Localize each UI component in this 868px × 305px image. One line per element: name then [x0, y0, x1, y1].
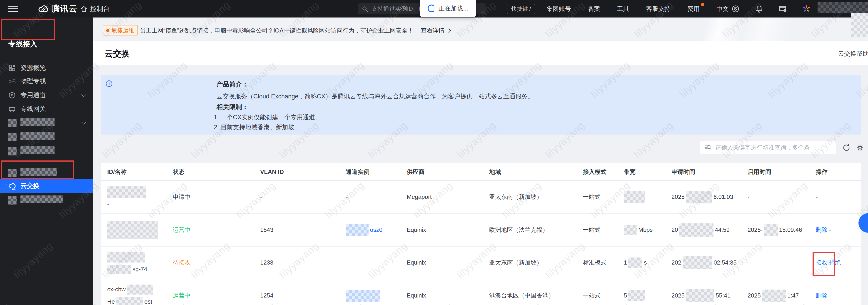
brand-name: 腾讯云	[52, 3, 78, 14]
cell-text: -	[346, 193, 348, 201]
hamburger-menu-icon[interactable]	[8, 6, 18, 12]
cell-line: 1254	[260, 292, 273, 299]
sidebar-item-专用通道[interactable]: 专用通道	[0, 88, 93, 102]
cell-line	[107, 186, 146, 198]
topbar-nav-item-费用[interactable]: 费用	[687, 5, 700, 13]
topbar-nav-item-客服支持[interactable]: 客服支持	[646, 5, 671, 13]
action-link-拒绝[interactable]: 拒绝	[829, 258, 841, 267]
sidebar-item-资源概览[interactable]: 资源概览	[0, 61, 93, 75]
cell-mode: 一站式	[583, 214, 600, 246]
cell-vlan: 1254	[260, 279, 273, 305]
column-header-启用时间: 启用时间	[748, 163, 771, 181]
cell-text: 5	[624, 292, 627, 299]
chevron-right-icon	[446, 28, 451, 33]
cell-text: 44:59	[715, 226, 730, 234]
cell-text: -	[346, 259, 348, 266]
cell-text: 1543	[260, 226, 273, 234]
cell-text: Equinix	[407, 226, 426, 234]
cell-text: -	[748, 259, 750, 266]
circle-s-icon[interactable]	[731, 4, 740, 13]
redacted-label-mosaic	[21, 168, 57, 178]
cell-name: cx-cbwHeest	[107, 279, 153, 305]
console-settings-icon[interactable]	[778, 4, 787, 13]
topbar-nav-item-备案[interactable]: 备案	[588, 5, 600, 13]
column-header-带宽: 带宽	[624, 163, 636, 181]
cell-text: -	[829, 292, 831, 299]
sidebar-item-redacted[interactable]	[0, 130, 93, 144]
cell-line: Equinix	[407, 259, 426, 266]
cell-text: cx-cbw	[107, 286, 126, 293]
brand-logo[interactable]: 腾讯云	[37, 0, 78, 18]
sidebar-item-redacted[interactable]	[0, 193, 93, 207]
sidebar-item-redacted[interactable]	[0, 144, 93, 158]
cell-actions: -	[816, 181, 818, 213]
cell-mode: 一站式	[583, 279, 600, 305]
redacted-mosaic	[346, 290, 380, 302]
redacted-mosaic	[679, 223, 713, 237]
action-link-删除[interactable]: 删除	[816, 292, 828, 300]
cell-text: 20	[672, 226, 678, 234]
topbar-nav-item-集团账号[interactable]: 集团账号	[547, 5, 571, 13]
cell-actions: 接收拒绝-	[816, 247, 844, 279]
action-link-删除[interactable]: 删除	[816, 226, 828, 234]
cell-channel: -	[346, 181, 348, 213]
redacted-mosaic	[107, 186, 146, 198]
cell-line: 接收拒绝-	[816, 258, 844, 267]
column-header-状态: 状态	[173, 163, 185, 181]
column-header-供应商: 供应商	[407, 163, 425, 181]
cell-vlan: -	[260, 181, 262, 213]
cloud-exchange-icon	[8, 182, 16, 190]
sidebar-item-专线网关[interactable]: 专线网关	[0, 102, 93, 116]
cell-enable_time: -	[748, 247, 750, 279]
help-doc-link[interactable]: 云交换帮助文	[838, 50, 868, 58]
sidebar-item-redacted[interactable]	[0, 166, 93, 180]
bell-icon[interactable]	[755, 4, 764, 13]
cell-channel	[346, 279, 380, 305]
cell-text: -	[842, 259, 844, 266]
cell-line: 亚太东南（新加坡）	[489, 258, 542, 267]
redacted-mosaic	[764, 224, 778, 236]
cell-line: 202555:41	[672, 289, 731, 302]
table-row: 运营中1543osz0Equinix欧洲地区（法兰克福）一站式Mbps2044:…	[101, 214, 861, 247]
table-header-row: ID/名称状态VLAN ID通道实例供应商地域接入模式带宽申请时间启用时间操作	[101, 163, 861, 181]
cell-mode: 一站式	[583, 181, 600, 213]
intro-limit-item: 2. 目前支持地域香港、新加坡。	[214, 123, 300, 131]
cell-line: -	[748, 259, 750, 266]
cell-text: 1	[624, 259, 627, 266]
product-intro-box: 产品简介： 云交换服务（Cloud Exchange，简称CX）是腾讯云专线与海…	[101, 75, 861, 134]
loading-popup: 正在加载...	[420, 0, 476, 17]
shortcut-key-button[interactable]: 快捷键 /	[507, 4, 535, 14]
refresh-icon[interactable]	[842, 144, 851, 152]
topbar-nav-item-中文[interactable]: 中文	[716, 5, 729, 13]
gear-icon[interactable]	[856, 144, 864, 152]
sidebar-item-云交换[interactable]: 云交换	[0, 179, 93, 193]
cell-actions: 删除-	[816, 279, 831, 305]
action-link-接收[interactable]: 接收	[816, 258, 828, 267]
sidebar-item-redacted[interactable]	[0, 116, 93, 130]
column-header-ID/名称: ID/名称	[107, 163, 127, 181]
cell-text: 一站式	[583, 226, 600, 234]
redacted-account-mosaic	[817, 2, 868, 13]
column-header-VLAN ID: VLAN ID	[260, 163, 284, 181]
chevron-down-icon	[81, 120, 86, 124]
cell-line: Heest	[107, 297, 152, 305]
redacted-icon-mosaic	[8, 169, 16, 177]
column-header-申请时间: 申请时间	[672, 163, 695, 181]
cell-line: Mbps	[624, 225, 653, 235]
console-link[interactable]: 控制台	[80, 0, 110, 18]
cell-text: 15:09:46	[779, 226, 802, 234]
cell-region: 港澳台地区（中国香港）	[489, 279, 554, 305]
cell-line: cx-cbw	[107, 284, 153, 295]
action-link-osz0[interactable]: osz0	[370, 226, 382, 234]
spark-colorful-icon[interactable]	[802, 4, 811, 13]
notice-detail-link[interactable]: 查看详情	[421, 27, 451, 35]
topbar-nav-item-工具[interactable]: 工具	[617, 5, 629, 13]
cell-text: est	[144, 298, 152, 305]
sidebar-item-物理专线[interactable]: 物理专线	[0, 74, 93, 88]
cell-text: He	[107, 298, 115, 305]
sidebar-item-label: 资源概览	[21, 64, 46, 72]
cell-vendor: Megaport	[407, 181, 432, 213]
table-search-input[interactable]: 请输入关键字进行精准查询，多个条	[700, 141, 836, 154]
cell-text: 2025	[672, 292, 685, 299]
column-header-接入模式: 接入模式	[583, 163, 607, 181]
